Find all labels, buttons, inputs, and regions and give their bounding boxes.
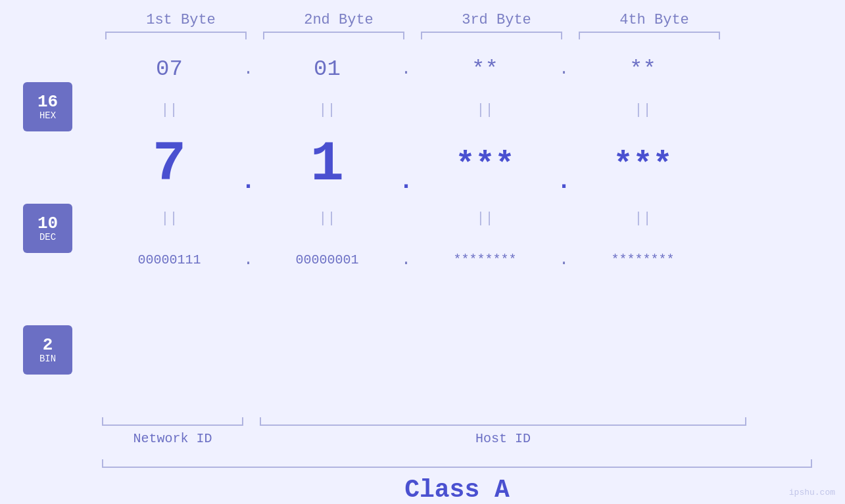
eq2-byte2: || bbox=[256, 210, 398, 227]
bin-byte2: 00000001 bbox=[256, 252, 398, 267]
host-id-label: Host ID bbox=[260, 431, 746, 446]
hex-byte2: 01 bbox=[256, 57, 398, 81]
class-label: Class A bbox=[404, 476, 510, 504]
hex-byte3: ** bbox=[414, 57, 556, 81]
bin-badge-sub: BIN bbox=[39, 354, 56, 364]
hex-dot3: . bbox=[556, 59, 572, 79]
byte-headers: 1st Byte 2nd Byte 3rd Byte 4th Byte bbox=[0, 0, 845, 28]
bin-badge-num: 2 bbox=[43, 336, 53, 354]
eq2-byte3: || bbox=[414, 210, 556, 227]
dec-byte2: 1 bbox=[256, 133, 398, 196]
byte2-header: 2nd Byte bbox=[260, 12, 418, 28]
hex-badge-num: 16 bbox=[37, 93, 58, 110]
network-id-label: Network ID bbox=[102, 431, 243, 446]
label-spacer bbox=[243, 431, 260, 446]
bin-dot3: . bbox=[556, 250, 572, 269]
eq1-byte1: || bbox=[99, 102, 240, 118]
dec-dot1: . bbox=[240, 168, 256, 207]
eq1-byte2: || bbox=[256, 102, 398, 118]
hex-byte1: 07 bbox=[99, 57, 240, 81]
bin-dot2: . bbox=[398, 250, 414, 269]
bin-badge: 2 BIN bbox=[23, 325, 72, 375]
bin-row: 00000111 . 00000001 . ******** . *******… bbox=[92, 230, 845, 289]
lower-labels: Network ID Host ID bbox=[102, 431, 845, 446]
dec-dot2: . bbox=[398, 168, 414, 207]
dec-dot3: . bbox=[556, 168, 572, 207]
values-area: 07 . 01 . ** . ** || || bbox=[92, 39, 845, 417]
eq2-byte1: || bbox=[99, 210, 240, 227]
bin-byte1: 00000111 bbox=[99, 252, 240, 267]
eq1-byte4: || bbox=[572, 102, 713, 118]
bracket-host bbox=[260, 417, 746, 426]
bracket-spacer bbox=[243, 417, 260, 426]
hex-badge: 16 HEX bbox=[23, 82, 72, 131]
bin-dot1: . bbox=[240, 250, 256, 269]
hex-byte4: ** bbox=[572, 57, 713, 81]
bottom-brackets-area: Network ID Host ID bbox=[0, 417, 845, 453]
eq-row-1: || || || || bbox=[92, 99, 845, 122]
byte4-header: 4th Byte bbox=[575, 12, 733, 28]
badges-column: 16 HEX 10 DEC 2 BIN bbox=[0, 39, 92, 417]
watermark: ipshu.com bbox=[789, 488, 835, 497]
byte3-header: 3rd Byte bbox=[418, 12, 575, 28]
dec-badge-num: 10 bbox=[37, 215, 58, 232]
lower-brackets bbox=[102, 417, 845, 426]
class-name-row: Class A bbox=[102, 476, 812, 504]
bracket-byte3 bbox=[421, 32, 562, 39]
bracket-network bbox=[102, 417, 243, 426]
eq-row-2: || || || || bbox=[92, 207, 845, 230]
dec-byte3: *** bbox=[414, 146, 556, 183]
dec-byte4: *** bbox=[572, 146, 713, 183]
bin-byte3: ******** bbox=[414, 252, 556, 267]
eq2-byte4: || bbox=[572, 210, 713, 227]
dec-byte1: 7 bbox=[99, 133, 240, 196]
content-area: 16 HEX 10 DEC 2 BIN 07 . 01 bbox=[0, 39, 845, 417]
dec-badge: 10 DEC bbox=[23, 204, 72, 253]
byte1-header: 1st Byte bbox=[102, 12, 260, 28]
bin-byte4: ******** bbox=[572, 252, 713, 267]
hex-badge-sub: HEX bbox=[39, 110, 56, 121]
eq1-byte3: || bbox=[414, 102, 556, 118]
hex-dot2: . bbox=[398, 59, 414, 79]
top-brackets bbox=[0, 32, 845, 39]
bracket-byte4 bbox=[579, 32, 720, 39]
hex-dot1: . bbox=[240, 59, 256, 79]
page-container: 1st Byte 2nd Byte 3rd Byte 4th Byte 16 H… bbox=[0, 0, 845, 504]
class-section: Class A bbox=[0, 459, 845, 504]
dec-row: 7 . 1 . *** . *** bbox=[92, 122, 845, 207]
dec-badge-sub: DEC bbox=[39, 232, 56, 242]
class-bracket bbox=[102, 459, 812, 468]
hex-row: 07 . 01 . ** . ** bbox=[92, 39, 845, 99]
bracket-byte2 bbox=[263, 32, 404, 39]
bracket-byte1 bbox=[105, 32, 247, 39]
